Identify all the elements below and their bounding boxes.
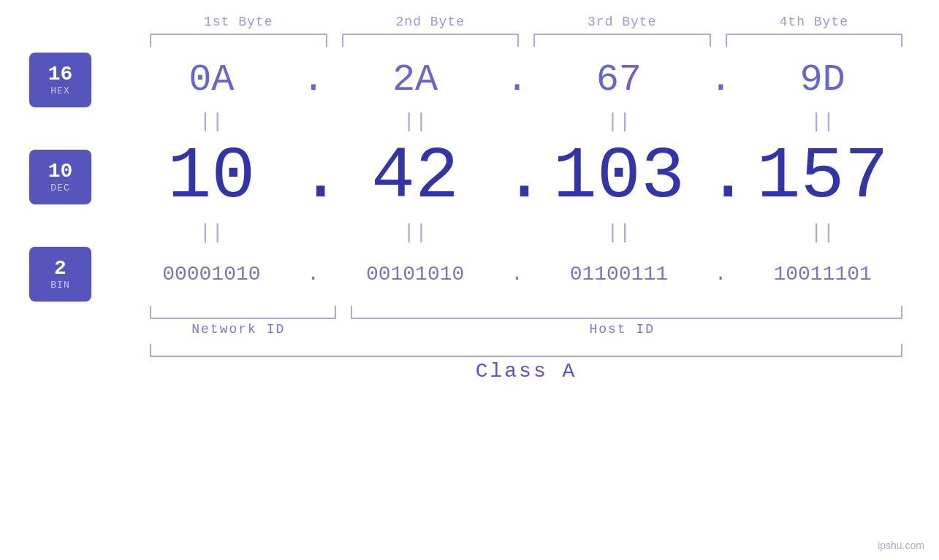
bracket-top-1 <box>150 34 327 47</box>
main-container: 1st Byte 2nd Byte 3rd Byte 4th Byte 16 H… <box>0 0 939 560</box>
bracket-network <box>150 306 336 319</box>
byte-label-1: 1st Byte <box>142 15 335 29</box>
badge-hex: 16 HEX <box>29 53 91 107</box>
hex-dot-1: . <box>299 58 328 101</box>
badge-hex-label: HEX <box>50 85 69 96</box>
bin-dot-3: . <box>706 263 735 285</box>
watermark: ipshu.com <box>878 540 924 551</box>
eq2-4: || <box>735 221 910 244</box>
bin-dot-2: . <box>503 263 532 285</box>
byte-label-2: 2nd Byte <box>335 15 527 29</box>
bracket-top-2 <box>342 34 520 47</box>
bracket-top-3 <box>533 34 711 47</box>
badge-hex-number: 16 <box>48 64 73 86</box>
hex-dot-3: . <box>706 58 735 101</box>
bracket-top-4 <box>726 34 903 47</box>
dec-value-2: 42 <box>328 136 503 218</box>
host-id-label: Host ID <box>335 322 911 337</box>
eq2-2: || <box>328 221 503 244</box>
dec-dot-1: . <box>299 136 328 218</box>
dec-value-3: 103 <box>532 136 707 218</box>
dec-dot-2: . <box>503 136 532 218</box>
badge-bin: 2 BIN <box>29 247 91 302</box>
hex-value-3: 67 <box>532 58 707 101</box>
hex-value-4: 9D <box>735 58 910 101</box>
badge-bin-label: BIN <box>50 280 69 291</box>
dec-value-1: 10 <box>124 136 299 218</box>
class-label-row: Class A <box>29 360 910 383</box>
eq1-4: || <box>735 110 910 133</box>
hex-dot-2: . <box>503 58 532 101</box>
badge-bin-number: 2 <box>54 258 66 280</box>
byte-label-3: 3rd Byte <box>526 15 718 29</box>
eq1-3: || <box>532 110 707 133</box>
bin-dot-1: . <box>299 263 328 285</box>
bin-value-3: 01100111 <box>532 263 707 285</box>
badge-dec: 10 DEC <box>29 150 91 204</box>
badge-dec-number: 10 <box>48 161 73 183</box>
bin-value-4: 10011101 <box>735 263 910 285</box>
dec-value-4: 157 <box>735 136 910 218</box>
eq1-1: || <box>124 110 299 133</box>
bin-value-2: 00101010 <box>328 263 503 285</box>
eq1-2: || <box>328 110 503 133</box>
brackets-bottom-row <box>29 306 910 319</box>
byte-labels-row: 1st Byte 2nd Byte 3rd Byte 4th Byte <box>29 15 910 29</box>
byte-label-4: 4th Byte <box>718 15 911 29</box>
network-id-label: Network ID <box>142 322 335 337</box>
hex-value-2: 2A <box>328 58 503 101</box>
badge-dec-label: DEC <box>50 183 69 193</box>
class-bracket-row <box>29 344 910 357</box>
id-labels-row: Network ID Host ID <box>29 322 910 337</box>
brackets-top-row <box>29 34 910 47</box>
bracket-class <box>150 344 902 357</box>
class-a-label: Class A <box>142 360 910 383</box>
bin-value-1: 00001010 <box>124 263 299 285</box>
hex-value-1: 0A <box>124 58 299 101</box>
eq2-1: || <box>124 221 299 244</box>
dec-dot-3: . <box>706 136 735 218</box>
eq2-3: || <box>532 221 707 244</box>
bracket-host <box>351 306 903 319</box>
